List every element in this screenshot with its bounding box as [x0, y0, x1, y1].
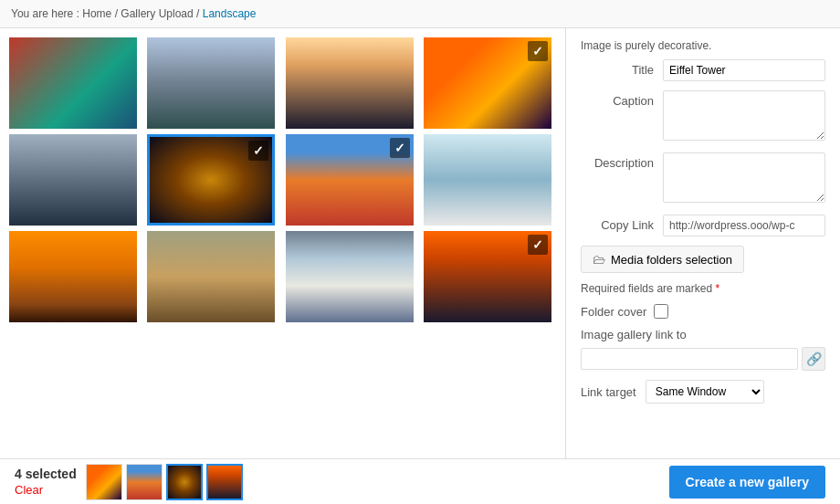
image-cell-3[interactable] — [286, 37, 414, 129]
breadcrumb: You are here : Home / Gallery Upload / L… — [0, 0, 840, 28]
caption-field-wrap — [663, 90, 825, 143]
title-input[interactable] — [663, 59, 825, 81]
check-mark-7: ✓ — [390, 138, 410, 158]
main-layout: ✓✓✓✓ Image is purely decorative. Title C… — [0, 28, 840, 504]
image-cell-12[interactable]: ✓ — [424, 231, 551, 322]
caption-label: Caption — [581, 90, 663, 108]
thumb-4[interactable] — [206, 464, 243, 500]
image-cell-2[interactable] — [147, 37, 275, 129]
gallery-link-row: 🔗 — [581, 347, 825, 371]
description-row: Description — [581, 152, 825, 205]
selected-count-area: 4 selected Clear — [15, 467, 77, 497]
breadcrumb-current: Landscape — [203, 7, 257, 20]
breadcrumb-prefix: You are here : — [11, 7, 82, 20]
thumb-1[interactable] — [86, 464, 122, 500]
check-mark-4: ✓ — [528, 41, 548, 61]
image-cell-7[interactable]: ✓ — [286, 134, 414, 226]
description-field-wrap — [663, 152, 825, 205]
link-target-select[interactable]: Same Window New Window _blank _self — [646, 380, 764, 404]
link-target-label: Link target — [581, 385, 636, 399]
media-folders-button[interactable]: 🗁 Media folders selection — [581, 246, 744, 273]
required-asterisk: * — [715, 282, 719, 295]
copy-link-field-wrap — [663, 215, 825, 236]
title-field-wrap — [663, 59, 825, 81]
image-cell-6[interactable]: ✓ — [147, 134, 275, 226]
right-panel: Image is purely decorative. Title Captio… — [566, 28, 840, 504]
copy-link-label: Copy Link — [581, 215, 663, 232]
thumb-previews — [86, 464, 243, 500]
link-target-row: Link target Same Window New Window _blan… — [581, 380, 825, 404]
left-panel: ✓✓✓✓ — [0, 28, 566, 504]
description-textarea[interactable] — [663, 152, 825, 203]
thumb-2[interactable] — [126, 464, 163, 500]
bottom-bar: 4 selected Clear Create a new gallery — [0, 458, 840, 504]
create-gallery-button[interactable]: Create a new gallery — [669, 466, 825, 499]
caption-textarea[interactable] — [663, 90, 825, 141]
folder-icon: 🗁 — [593, 252, 605, 267]
check-mark-6: ✓ — [248, 141, 268, 161]
selected-info: 4 selected Clear — [15, 464, 243, 500]
title-row: Title — [581, 59, 825, 81]
folder-cover-row: Folder cover — [581, 304, 825, 319]
image-cell-5[interactable] — [9, 134, 137, 226]
image-cell-8[interactable] — [424, 134, 551, 226]
media-folders-label: Media folders selection — [611, 253, 732, 267]
folder-cover-label: Folder cover — [581, 305, 646, 319]
caption-row: Caption — [581, 90, 825, 143]
breadcrumb-home[interactable]: Home — [82, 7, 111, 20]
image-cell-4[interactable]: ✓ — [424, 37, 551, 129]
thumb-3[interactable] — [166, 464, 203, 500]
description-label: Description — [581, 152, 663, 170]
copy-link-input[interactable] — [663, 215, 825, 236]
title-label: Title — [581, 59, 663, 77]
gallery-link-label: Image gallery link to — [581, 328, 825, 341]
image-cell-1[interactable] — [9, 37, 137, 129]
breadcrumb-gallery-upload[interactable]: Gallery Upload — [121, 7, 193, 20]
image-cell-10[interactable] — [147, 231, 275, 322]
gallery-link-input[interactable] — [581, 348, 798, 370]
clear-link[interactable]: Clear — [15, 483, 77, 497]
breadcrumb-sep2: / — [196, 7, 203, 20]
image-cell-11[interactable] — [286, 231, 414, 322]
link-icon[interactable]: 🔗 — [802, 347, 825, 371]
check-mark-12: ✓ — [528, 235, 548, 255]
image-cell-9[interactable] — [9, 231, 137, 322]
decorative-note: Image is purely decorative. — [581, 39, 825, 52]
copy-link-row: Copy Link — [581, 215, 825, 236]
selected-count: 4 selected — [15, 467, 77, 481]
image-grid: ✓✓✓✓ — [9, 37, 556, 322]
folder-cover-checkbox[interactable] — [654, 304, 668, 319]
required-note: Required fields are marked * — [581, 282, 825, 295]
